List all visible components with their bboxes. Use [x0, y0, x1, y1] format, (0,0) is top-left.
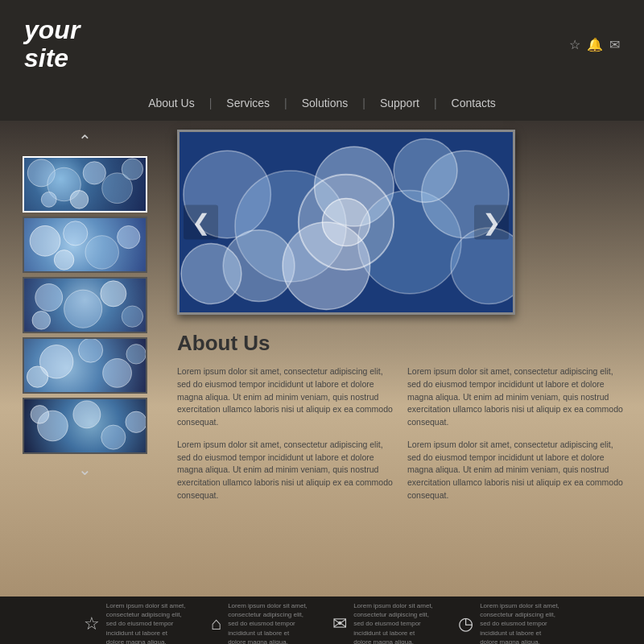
nav-item-about[interactable]: About Us [134, 97, 209, 109]
svg-point-9 [85, 236, 118, 269]
svg-point-26 [31, 406, 49, 424]
footer-icon-clock-text: Lorem ipsum dolor sit amet, consectetur … [480, 601, 560, 644]
about-text-grid: Lorem ipsum dolor sit amet, consectetur … [177, 365, 628, 502]
about-para-3: Lorem ipsum dolor sit amet, consectetur … [177, 439, 398, 502]
about-para-1: Lorem ipsum dolor sit amet, consectetur … [177, 365, 398, 429]
thumbnails-column: ⌃ [0, 122, 169, 597]
footer-icon-mail: ✉ Lorem ipsum dolor sit amet, consectetu… [332, 601, 434, 644]
footer-icon-home: ⌂ Lorem ipsum dolor sit amet, consectetu… [211, 601, 308, 644]
svg-point-25 [125, 411, 145, 432]
thumbnail-4[interactable] [23, 337, 147, 394]
footer-icon-star: ☆ Lorem ipsum dolor sit amet, consectetu… [84, 601, 187, 644]
svg-point-10 [117, 225, 139, 248]
svg-point-5 [122, 159, 142, 180]
svg-point-37 [181, 244, 242, 304]
svg-point-14 [100, 281, 126, 307]
mail-icon[interactable]: ✉ [609, 37, 620, 52]
logo-line1: your [24, 15, 80, 44]
svg-point-13 [64, 290, 101, 328]
logo-line2: site [24, 43, 68, 72]
nav-item-contacts[interactable]: Contacts [437, 97, 510, 109]
thumb-prev-arrow[interactable]: ⌃ [16, 130, 153, 152]
header: your site ☆ 🔔 ✉ [0, 0, 644, 89]
main-content: ⌃ [0, 122, 644, 597]
header-icons: ☆ 🔔 ✉ [569, 37, 620, 52]
nav-item-services[interactable]: Services [212, 97, 284, 109]
svg-point-24 [101, 425, 125, 449]
slide-next-arrow[interactable]: ❯ [474, 205, 509, 240]
star-icon[interactable]: ☆ [569, 37, 580, 52]
bell-icon[interactable]: 🔔 [587, 37, 603, 52]
thumb-next-arrow[interactable]: ⌄ [16, 458, 153, 481]
about-title: About Us [177, 331, 628, 356]
svg-point-23 [72, 401, 100, 428]
svg-point-15 [122, 306, 142, 327]
svg-point-18 [78, 339, 102, 362]
clock-footer-icon: ◷ [458, 613, 473, 634]
slide-prev-arrow[interactable]: ❮ [184, 205, 218, 240]
logo: your site [24, 16, 80, 72]
svg-point-8 [63, 221, 87, 246]
mail-footer-icon: ✉ [332, 613, 347, 634]
svg-point-39 [322, 198, 369, 246]
svg-point-6 [41, 192, 56, 207]
thumbnail-1[interactable] [23, 156, 147, 213]
svg-point-4 [70, 191, 89, 209]
about-section: About Us Lorem ipsum dolor sit amet, con… [177, 331, 628, 588]
star-footer-icon: ☆ [84, 613, 100, 634]
svg-point-35 [394, 139, 457, 203]
thumbnail-2[interactable] [23, 217, 147, 273]
footer-icon-home-text: Lorem ipsum dolor sit amet, consectetur … [228, 601, 308, 644]
about-para-2: Lorem ipsum dolor sit amet, consectetur … [407, 365, 628, 429]
footer-icon-mail-text: Lorem ipsum dolor sit amet, consectetur … [353, 601, 434, 644]
nav-item-solutions[interactable]: Solutions [287, 97, 363, 109]
svg-point-2 [83, 162, 105, 184]
svg-point-11 [54, 250, 74, 270]
footer-icons-bar: ☆ Lorem ipsum dolor sit amet, consectetu… [0, 597, 644, 644]
thumbnail-5[interactable] [23, 398, 147, 454]
nav-item-support[interactable]: Support [365, 97, 434, 109]
svg-point-21 [126, 345, 145, 365]
content-column: ❮ ❯ About Us Lorem ipsum dolor sit amet,… [169, 122, 644, 597]
footer-icon-clock: ◷ Lorem ipsum dolor sit amet, consectetu… [458, 601, 560, 644]
svg-point-19 [102, 359, 131, 388]
footer-icon-star-text: Lorem ipsum dolor sit amet, consectetur … [106, 601, 187, 644]
thumbnail-3[interactable] [23, 277, 147, 333]
svg-point-16 [31, 312, 50, 330]
about-para-4: Lorem ipsum dolor sit amet, consectetur … [407, 439, 628, 502]
slideshow: ❮ ❯ [177, 130, 515, 315]
home-footer-icon: ⌂ [211, 613, 221, 634]
nav-bar: About Us | Services | Solutions | Suppor… [0, 89, 644, 122]
svg-point-20 [27, 366, 47, 387]
svg-point-7 [30, 225, 60, 256]
svg-point-12 [35, 284, 62, 312]
